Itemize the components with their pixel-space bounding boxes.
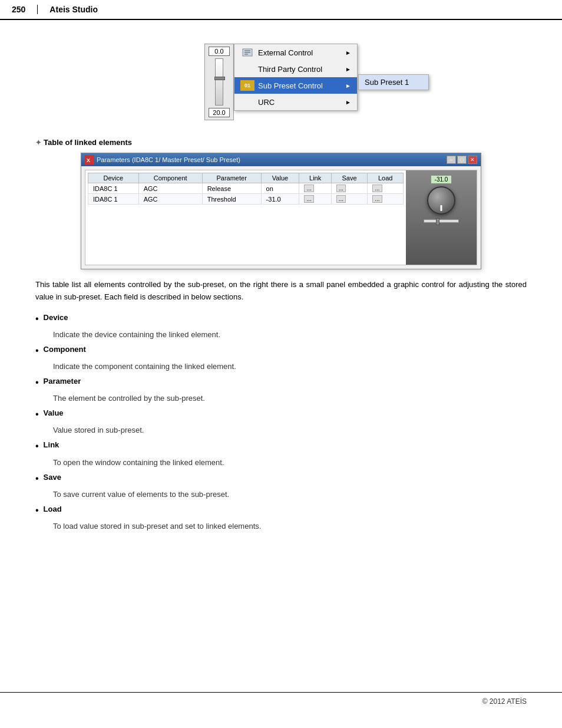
bullet-dot-value: • [35, 409, 39, 420]
save-btn-2[interactable]: ... [336, 195, 346, 203]
list-item-load: • Load [35, 505, 527, 516]
dialog-title-icon: X [85, 155, 94, 164]
sub-preset-icon: 01 [240, 80, 254, 91]
dialog-titlebar: X Parameters (IDA8C 1/ Master Preset/ Su… [81, 153, 481, 166]
bullet-dot-parameter: • [35, 377, 39, 388]
third-party-icon [240, 64, 254, 74]
menu-item-third-party[interactable]: Third Party Control ► [234, 61, 357, 77]
bullet-dot-component: • [35, 345, 39, 356]
list-item-parameter: • Parameter [35, 377, 527, 388]
sub-preset-arrow: ► [345, 83, 351, 89]
bullet-list-7: • Load [35, 505, 527, 516]
col-value: Value [261, 173, 299, 183]
cell-component-2: AGC [138, 194, 202, 205]
dialog-title-left: X Parameters (IDA8C 1/ Master Preset/ Su… [85, 155, 240, 164]
params-table: Device Component Parameter Value Link Sa… [88, 173, 404, 205]
cell-value-2: -31.0 [261, 194, 299, 205]
sub-preset-submenu: Sub Preset 1 [358, 74, 429, 90]
desc-save: To save current value of elements to the… [53, 490, 527, 499]
slider-value-bottom: 20.0 [209, 108, 230, 117]
knob-indicator [441, 205, 442, 211]
desc-value: Value stored in sub-preset. [53, 426, 527, 434]
list-item-device: • Device [35, 313, 527, 324]
list-item-component: • Component [35, 345, 527, 356]
dialog-table-area: Device Component Parameter Value Link Sa… [85, 170, 406, 265]
third-party-arrow: ► [345, 66, 351, 73]
sub-preset-label: Sub Preset Control [258, 81, 345, 90]
col-link: Link [299, 173, 331, 183]
external-control-arrow: ► [345, 50, 351, 56]
dialog-controls: – □ ✕ [447, 156, 477, 164]
submenu-item-sub-preset-1[interactable]: Sub Preset 1 [359, 75, 428, 90]
knob-control[interactable] [427, 186, 455, 215]
table-row: IDA8C 1 AGC Threshold -31.0 ... ... ... [88, 194, 404, 205]
screenshot-area: 0.0 20.0 [35, 44, 527, 120]
bullet-list-4: • Value [35, 409, 527, 420]
body-paragraph: This table list all elements controlled … [35, 279, 527, 304]
list-item-value: • Value [35, 409, 527, 420]
term-device: Device [44, 313, 68, 322]
col-save: Save [331, 173, 368, 183]
desc-device: Indicate the device containing the linke… [53, 330, 527, 339]
slider-track[interactable] [215, 58, 223, 106]
slider-widget: 0.0 20.0 [204, 44, 234, 120]
term-save: Save [44, 473, 61, 482]
menu-item-sub-preset[interactable]: 01 Sub Preset Control ► [234, 77, 357, 94]
urc-icon [240, 97, 254, 107]
bullet-dot-load: • [35, 505, 39, 516]
cell-load-2[interactable]: ... [368, 194, 404, 205]
term-load: Load [44, 505, 62, 513]
external-control-label: External Control [258, 48, 345, 57]
cell-save-1[interactable]: ... [331, 183, 368, 194]
load-btn-1[interactable]: ... [372, 185, 382, 192]
desc-link: To open the window containing the linked… [53, 458, 527, 467]
term-value: Value [44, 409, 64, 417]
close-button[interactable]: ✕ [468, 156, 477, 164]
small-slider-track[interactable] [424, 219, 459, 223]
cell-component-1: AGC [138, 183, 202, 194]
cell-parameter-1: Release [202, 183, 261, 194]
dialog-body: Device Component Parameter Value Link Sa… [85, 170, 477, 265]
section-header-text: Table of linked elements [44, 138, 132, 147]
maximize-button[interactable]: □ [457, 156, 467, 164]
cell-value-1: on [261, 183, 299, 194]
term-link: Link [44, 440, 59, 449]
col-parameter: Parameter [202, 173, 261, 183]
bullet-dot-save: • [35, 473, 39, 484]
term-component: Component [44, 345, 86, 354]
cell-link-1[interactable]: ... [299, 183, 331, 194]
sub-preset-1-label: Sub Preset 1 [365, 78, 409, 87]
svg-text:X: X [87, 157, 90, 163]
cell-link-2[interactable]: ... [299, 194, 331, 205]
desc-load: To load value stored in sub-preset and s… [53, 522, 527, 531]
desc-component: Indicate the component containing the li… [53, 362, 527, 371]
desc-parameter: The element be controlled by the sub-pre… [53, 394, 527, 403]
knob-value-display: -31.0 [431, 175, 452, 184]
cell-device-1: IDA8C 1 [88, 183, 139, 194]
save-btn-1[interactable]: ... [336, 185, 346, 192]
bullet-list-6: • Save [35, 473, 527, 484]
cell-load-1[interactable]: ... [368, 183, 404, 194]
slider-value-top: 0.0 [209, 47, 230, 56]
bullet-list-container: • Device Indicate the device containing … [35, 313, 527, 531]
diamond-bullet-icon: ✦ [35, 139, 41, 147]
small-slider-thumb[interactable] [436, 218, 439, 225]
link-btn-1[interactable]: ... [304, 185, 313, 192]
menu-item-external-control[interactable]: External Control ► [234, 44, 357, 61]
page-content: 0.0 20.0 [0, 20, 562, 558]
bullet-dot-device: • [35, 313, 39, 324]
context-menu-container: External Control ► Third Party Control ►… [234, 44, 358, 111]
bullet-list-3: • Parameter [35, 377, 527, 388]
knob-slider-area [424, 219, 459, 223]
col-load: Load [368, 173, 404, 183]
link-btn-2[interactable]: ... [304, 195, 313, 203]
menu-item-urc[interactable]: URC ► [234, 94, 357, 110]
load-btn-2[interactable]: ... [372, 195, 382, 203]
cell-save-2[interactable]: ... [331, 194, 368, 205]
col-device: Device [88, 173, 139, 183]
bullet-list: • Device [35, 313, 527, 324]
minimize-button[interactable]: – [447, 156, 456, 164]
slider-thumb[interactable] [214, 77, 225, 80]
section-header: ✦ Table of linked elements [35, 138, 527, 147]
list-item-save: • Save [35, 473, 527, 484]
